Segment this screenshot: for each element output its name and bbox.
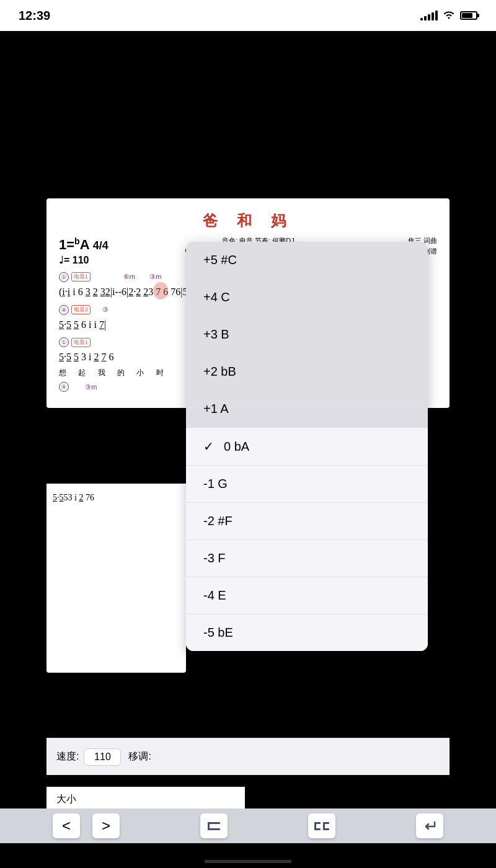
dropdown-item-5[interactable]: ✓ 0 bA	[186, 428, 428, 466]
chord-6m: ⑥m	[123, 273, 135, 281]
chord-3-2: ③	[102, 306, 108, 314]
black-background-bottom	[0, 670, 496, 713]
tempo: ♩= 110	[59, 254, 108, 267]
dropdown-item-4[interactable]: +1 A	[186, 391, 428, 428]
signal-icon	[420, 11, 438, 20]
chord-circle-4: ④	[59, 305, 69, 315]
next-button[interactable]: >	[92, 813, 120, 838]
instrument-badge-2: 电音2	[71, 305, 91, 314]
speed-label: 速度:	[56, 750, 79, 763]
dropdown-item-label-9: -4 E	[203, 588, 226, 603]
dropdown-item-3[interactable]: +2 bB	[186, 353, 428, 391]
enter-button[interactable]	[416, 813, 443, 838]
enter-icon	[422, 820, 437, 832]
black-right-mid	[450, 484, 496, 701]
transpose-label: 移调:	[128, 750, 151, 763]
instrument-badge-3: 电音1	[71, 338, 91, 347]
dropdown-item-8[interactable]: -3 F	[186, 540, 428, 577]
dropdown-item-label-8: -3 F	[203, 551, 226, 565]
score-sheet-lower: 5·553 i 2 76	[46, 484, 186, 673]
transpose-section: 移调:	[128, 750, 151, 763]
bracket-icon-2	[313, 820, 330, 832]
score-title: 爸 和 妈	[59, 211, 437, 231]
dropdown-item-7[interactable]: -2 #F	[186, 503, 428, 540]
dropdown-item-label-5: 0 bA	[224, 440, 249, 454]
home-indicator	[205, 860, 291, 863]
size-label: 大小	[56, 793, 235, 806]
insert-button-2[interactable]	[308, 813, 335, 838]
lower-notation: 5·553 i 2 76	[53, 490, 180, 505]
dropdown-item-label-0: +5 #C	[203, 253, 237, 267]
svg-rect-5	[314, 828, 321, 830]
black-left-mid	[0, 484, 46, 701]
dropdown-item-6[interactable]: -1 G	[186, 466, 428, 503]
key-tempo: 1=bA 4/4 ♩= 110	[59, 236, 108, 267]
dropdown-item-9[interactable]: -4 E	[186, 577, 428, 614]
instrument-badge-1: 电音1	[71, 272, 91, 281]
speed-input[interactable]	[84, 748, 121, 766]
note-highlight	[153, 282, 168, 299]
dropdown-item-label-10: -5 bE	[203, 626, 233, 640]
battery-icon	[460, 11, 477, 20]
nav-buttons: < >	[53, 813, 120, 838]
chord-3m: ③m	[149, 273, 161, 281]
dropdown-item-2[interactable]: +3 B	[186, 316, 428, 353]
chord-circle-1b: ①	[59, 337, 69, 347]
dropdown-check: ✓	[203, 439, 214, 454]
chord-circle-1: ①	[59, 272, 69, 282]
dropdown-item-label-4: +1 A	[203, 402, 229, 416]
dropdown-item-label-6: -1 G	[203, 477, 228, 491]
dropdown-item-label-2: +3 B	[203, 327, 229, 342]
dropdown-item-label-3: +2 bB	[203, 365, 236, 379]
speed-section: 速度:	[56, 748, 121, 766]
bottom-toolbar: 速度: 移调:	[46, 738, 450, 775]
chord-circle-4b: ④	[59, 382, 69, 392]
chord-3m-2: ③m	[85, 383, 97, 391]
status-time: 12:39	[19, 9, 50, 23]
prev-icon: <	[62, 817, 71, 835]
keyboard-toolbar: < >	[0, 808, 496, 843]
wifi-icon	[443, 9, 455, 22]
key-signature: 1=bA 4/4	[59, 236, 108, 254]
dropdown-item-1[interactable]: +4 C	[186, 279, 428, 316]
svg-rect-2	[208, 828, 220, 830]
dropdown-item-10[interactable]: -5 bE	[186, 614, 428, 651]
next-icon: >	[102, 817, 110, 835]
prev-button[interactable]: <	[53, 813, 80, 838]
dropdown-item-label-1: +4 C	[203, 290, 230, 304]
status-bar: 12:39	[0, 0, 496, 31]
dropdown-item-label-7: -2 #F	[203, 514, 232, 528]
status-icons	[420, 9, 477, 22]
svg-rect-8	[323, 828, 329, 830]
dropdown-item-0[interactable]: +5 #C	[186, 242, 428, 279]
insert-button-1[interactable]	[200, 813, 228, 838]
bracket-icon-1	[206, 820, 221, 832]
transpose-dropdown: +5 #C +4 C +3 B +2 bB +1 A ✓ 0 bA -1 G -…	[186, 242, 428, 651]
